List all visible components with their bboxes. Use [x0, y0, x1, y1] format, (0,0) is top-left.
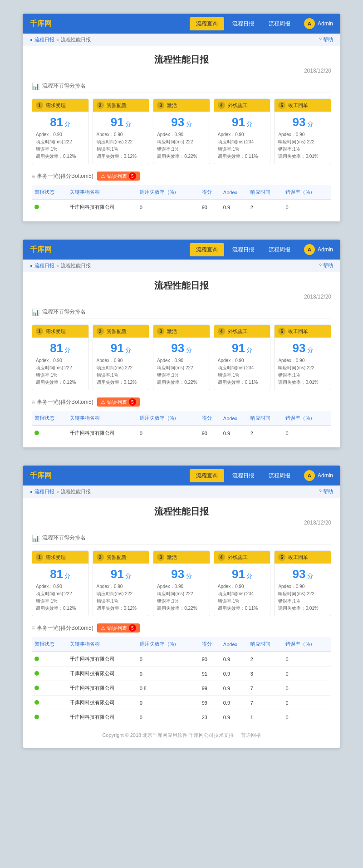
score-card-body-1: 81 分 Apdex：0.90 响应时间(ms):222 错误率:1% 调用失效…	[32, 112, 88, 164]
breadcrumb-sep-1: >	[56, 37, 59, 43]
breadcrumb-bar-2: ● 流程日报 > 流程性能日报 ? 帮助	[23, 260, 340, 272]
nav-tab-weekly-2[interactable]: 流程周报	[262, 243, 297, 256]
table-head-3: 警报状态关键事物名称调用失效率（%）得分Apdex响应时间错误率（%）	[32, 637, 331, 652]
card-num-1: 1	[36, 328, 43, 335]
score-card-body-3: 93 分 Apdex：0.90 响应时间(ms):222 错误率:1% 调用失效…	[153, 338, 210, 390]
header-1: 千库网 流程查询 流程日报 流程周报 A Admin	[23, 14, 340, 34]
nav-tab-process-query-1[interactable]: 流程查询	[190, 17, 224, 30]
score-details-4: Apdex：0.90 响应时间(ms):234 错误率:1% 调用失效率：0.1…	[218, 131, 267, 160]
error-btn-1[interactable]: ⚠ 错误列表 5	[97, 172, 140, 181]
score-card-header-5: 5 竣工回单	[275, 325, 331, 338]
cell-responsetime-1: 3	[248, 667, 283, 681]
user-avatar-1: A	[304, 18, 315, 29]
score-unit-4: 分	[246, 121, 252, 128]
help-btn-3[interactable]: ? 帮助	[319, 488, 333, 495]
score-card-header-4: 4 外线施工	[214, 99, 270, 112]
score-details-5: Apdex：0.90 响应时间(ms):222 错误率:1% 调用失效率：0.0…	[278, 357, 327, 386]
footer-right-3: 普通网格	[241, 732, 261, 738]
card-title-4: 外线施工	[228, 554, 248, 561]
user-info-1: A Admin	[304, 18, 333, 29]
score-card-body-4: 91 分 Apdex：0.90 响应时间(ms):234 错误率:1% 调用失效…	[214, 564, 270, 616]
error-btn-2[interactable]: ⚠ 错误列表 5	[97, 397, 140, 407]
th-响应时间: 响应时间	[248, 185, 283, 200]
cell-responsetime-0: 2	[248, 200, 283, 214]
status-dot-4	[34, 715, 39, 719]
table-body-1: 千库网科技有限公司 0 90 0.9 2 0	[32, 200, 331, 214]
cell-callfail-0: 0	[137, 652, 199, 667]
score-unit-2: 分	[125, 121, 131, 128]
table-row-3: 千库网科技有限公司 0 99 0.9 7 0	[32, 696, 331, 710]
score-details-1: Apdex：0.90 响应时间(ms):222 错误率:1% 调用失效率：0.1…	[36, 357, 85, 386]
cell-name-0: 千库网科技有限公司	[67, 426, 137, 440]
card-title-1: 需求受理	[46, 102, 66, 109]
breadcrumb-1: ● 流程日报 > 流程性能日报	[30, 36, 91, 43]
score-card-1: 1 需求受理 81 分 Apdex：0.90 响应时间(ms):222 错误率:…	[32, 98, 89, 164]
score-card-header-3: 3 激活	[153, 325, 210, 338]
cell-score-0: 90	[199, 426, 221, 440]
copyright-3: Copyright © 2018 北京千库网应用软件 千库网公司技术支持	[102, 732, 234, 738]
error-btn-3[interactable]: ⚠ 错误列表 5	[97, 623, 140, 633]
help-btn-1[interactable]: ? 帮助	[319, 36, 333, 43]
status-dot-0	[34, 205, 39, 209]
nav-tab-daily-1[interactable]: 流程日报	[226, 17, 260, 30]
th-响应时间: 响应时间	[248, 411, 283, 426]
card-title-3: 激活	[167, 328, 177, 335]
score-card-body-5: 93 分 Apdex：0.90 响应时间(ms):222 错误率:1% 调用失效…	[275, 112, 331, 164]
user-info-3: A Admin	[304, 470, 333, 481]
section-header-3: 📊 流程环节得分排名	[32, 531, 331, 545]
nav-tab-weekly-3[interactable]: 流程周报	[262, 469, 297, 482]
nav-tab-process-query-2[interactable]: 流程查询	[190, 243, 224, 256]
th-错误率（%）: 错误率（%）	[283, 185, 331, 200]
nav-tab-daily-3[interactable]: 流程日报	[226, 469, 260, 482]
dashboard-card-3: 千库网 流程查询 流程日报 流程周报 A Admin ● 流程日报 > 流程性能…	[23, 466, 340, 748]
score-card-header-1: 1 需求受理	[32, 325, 88, 338]
cell-status-1	[32, 667, 67, 681]
table-row-4: 千库网科技有限公司 0 23 0.9 1 0	[32, 710, 331, 725]
user-avatar-2: A	[304, 244, 315, 255]
cell-name-0: 千库网科技有限公司	[67, 652, 137, 667]
breadcrumb-parent-2[interactable]: 流程日报	[34, 262, 54, 269]
score-details-3: Apdex：0.90 响应时间(ms):222 错误率:1% 调用失效率：0.2…	[157, 583, 206, 612]
th-错误率（%）: 错误率（%）	[283, 411, 331, 426]
cell-score-0: 90	[199, 200, 221, 214]
nav-tab-weekly-1[interactable]: 流程周报	[262, 17, 297, 30]
card-num-5: 5	[278, 102, 285, 109]
score-value-2: 91	[111, 115, 124, 129]
score-card-header-4: 4 外线施工	[214, 325, 270, 338]
cell-status-0	[32, 200, 67, 214]
th-关键事物名称: 关键事物名称	[67, 411, 137, 426]
section2-label-3: ≡ 事务一览(得分Bottom5)	[32, 624, 93, 632]
score-value-3: 93	[171, 341, 184, 355]
score-details-5: Apdex：0.90 响应时间(ms):222 错误率:1% 调用失效率：0.0…	[278, 131, 327, 160]
th-得分: 得分	[199, 185, 221, 200]
score-details-2: Apdex：0.90 响应时间(ms):222 错误率:1% 调用失效率：0.1…	[97, 357, 146, 386]
cell-name-3: 千库网科技有限公司	[67, 696, 137, 710]
help-btn-2[interactable]: ? 帮助	[319, 262, 333, 269]
breadcrumb-parent-3[interactable]: 流程日报	[34, 488, 54, 495]
bottom-section-1: ≡ 事务一览(得分Bottom5) ⚠ 错误列表 5 警报状态关键事物名称调用失…	[32, 172, 331, 214]
score-value-2: 91	[111, 567, 124, 581]
card-title-5: 竣工回单	[288, 328, 308, 335]
nav-tab-process-query-3[interactable]: 流程查询	[190, 469, 224, 482]
score-card-3: 3 激活 93 分 Apdex：0.90 响应时间(ms):222 错误率:1%…	[153, 98, 210, 164]
score-card-header-1: 1 需求受理	[32, 99, 88, 112]
breadcrumb-2: ● 流程日报 > 流程性能日报	[30, 262, 91, 269]
breadcrumb-parent-1[interactable]: 流程日报	[34, 36, 54, 43]
th-Apdex: Apdex	[221, 637, 248, 652]
th-得分: 得分	[199, 637, 221, 652]
cell-callfail-0: 0	[137, 426, 199, 440]
nav-tab-daily-2[interactable]: 流程日报	[226, 243, 260, 256]
section-header-2: 📊 流程环节得分排名	[32, 305, 331, 319]
table-row-1: 千库网科技有限公司 0 91 0.9 3 0	[32, 667, 331, 681]
report-date-1: 2018/12/20	[32, 68, 331, 74]
card-title-5: 竣工回单	[288, 102, 308, 109]
card-title-3: 激活	[167, 554, 177, 561]
score-unit-3: 分	[186, 347, 192, 353]
th-Apdex: Apdex	[221, 185, 248, 200]
score-card-body-5: 93 分 Apdex：0.90 响应时间(ms):222 错误率:1% 调用失效…	[275, 338, 331, 390]
data-table-1: 警报状态关键事物名称调用失效率（%）得分Apdex响应时间错误率（%） 千库网科…	[32, 185, 331, 214]
cell-apdex-3: 0.9	[221, 696, 248, 710]
score-details-3: Apdex：0.90 响应时间(ms):222 错误率:1% 调用失效率：0.2…	[157, 131, 206, 160]
score-value-5: 93	[293, 115, 306, 129]
user-name-2: Admin	[318, 246, 333, 253]
